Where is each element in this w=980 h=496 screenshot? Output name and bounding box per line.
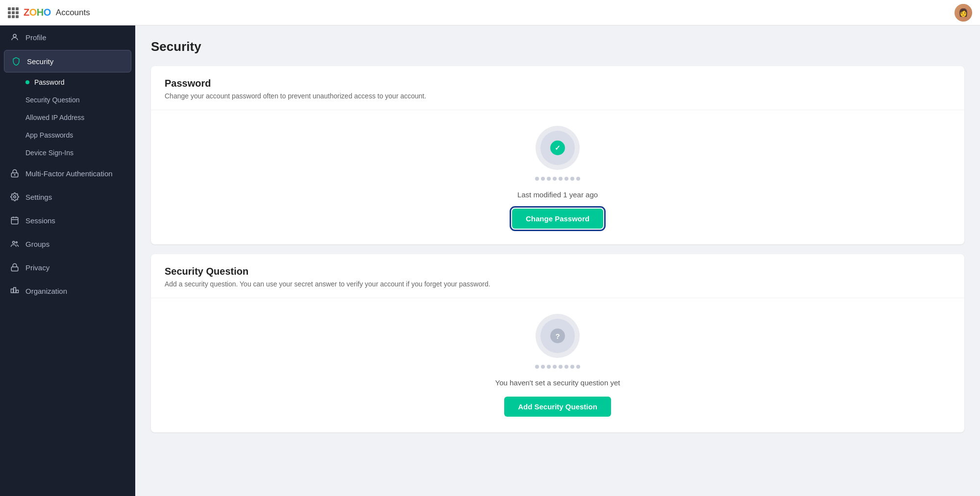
sidebar-item-profile[interactable]: Profile xyxy=(0,25,135,49)
sidebar-sub-app-passwords-label: App Passwords xyxy=(25,131,73,139)
password-dots xyxy=(535,177,580,181)
sidebar-item-organization-label: Organization xyxy=(25,287,67,295)
sidebar-sub-item-app-passwords[interactable]: App Passwords xyxy=(0,126,135,144)
app-name-label: Accounts xyxy=(56,8,90,18)
password-card-title: Password xyxy=(165,78,951,89)
password-card-header: Password Change your account password of… xyxy=(151,66,964,110)
svg-point-8 xyxy=(13,241,15,244)
zoho-wordmark: ZOHO xyxy=(24,7,51,18)
svg-point-3 xyxy=(14,196,16,198)
check-badge-icon: ✓ xyxy=(550,141,565,155)
main-content: Security Password Change your account pa… xyxy=(135,25,980,496)
group-icon xyxy=(10,239,20,249)
sidebar-sub-item-allowed-ip[interactable]: Allowed IP Address xyxy=(0,109,135,126)
lock-icon xyxy=(10,262,20,272)
sidebar-item-settings[interactable]: Settings xyxy=(0,185,135,209)
password-icon-inner: ✓ xyxy=(540,131,575,165)
security-question-icon-circle: ? xyxy=(536,314,580,358)
security-question-card-header: Security Question Add a security questio… xyxy=(151,254,964,298)
security-question-card-title: Security Question xyxy=(165,266,951,277)
svg-rect-11 xyxy=(11,289,14,293)
change-password-button[interactable]: Change Password xyxy=(512,209,603,229)
user-avatar[interactable]: 👩 xyxy=(955,4,972,22)
svg-rect-4 xyxy=(11,217,18,224)
svg-point-9 xyxy=(16,242,17,243)
sidebar-item-groups[interactable]: Groups xyxy=(0,232,135,256)
sidebar-sub-item-security-question[interactable]: Security Question xyxy=(0,91,135,109)
svg-rect-10 xyxy=(11,267,18,271)
sidebar-item-mfa[interactable]: Multi-Factor Authentication xyxy=(0,162,135,185)
sidebar-item-groups-label: Groups xyxy=(25,240,49,248)
calendar-icon xyxy=(10,215,20,225)
sidebar-sub-device-sign-ins-label: Device Sign-Ins xyxy=(25,149,74,157)
sidebar-item-privacy[interactable]: Privacy xyxy=(0,256,135,279)
security-question-card-body: ? You haven't set a security question ye… xyxy=(151,298,964,432)
password-card-desc: Change your account password often to pr… xyxy=(165,92,951,100)
last-modified-text: Last modified 1 year ago xyxy=(517,190,598,199)
apps-grid-icon[interactable] xyxy=(8,7,19,18)
header: ZOHO Accounts 👩 xyxy=(0,0,980,25)
sidebar-item-settings-label: Settings xyxy=(25,193,52,201)
sidebar-item-security[interactable]: Security xyxy=(4,50,131,72)
sidebar-item-sessions-label: Sessions xyxy=(25,216,55,225)
sidebar-sub-security-question-label: Security Question xyxy=(25,96,80,104)
password-card-body: ✓ Last modified 1 year ago Change Passwo… xyxy=(151,110,964,244)
question-badge-icon: ? xyxy=(550,329,565,343)
mfa-icon xyxy=(10,168,20,178)
add-security-question-button[interactable]: Add Security Question xyxy=(504,397,611,417)
security-question-dots xyxy=(535,365,580,369)
security-question-card: Security Question Add a security questio… xyxy=(151,254,964,432)
avatar-image: 👩 xyxy=(955,4,972,22)
sidebar-item-profile-label: Profile xyxy=(25,33,47,42)
password-icon-circle: ✓ xyxy=(536,126,580,170)
active-dot xyxy=(25,80,29,84)
svg-point-2 xyxy=(14,174,15,175)
sidebar-item-security-label: Security xyxy=(27,57,53,66)
password-card: Password Change your account password of… xyxy=(151,66,964,244)
no-question-text: You haven't set a security question yet xyxy=(495,378,620,387)
svg-point-0 xyxy=(13,34,16,37)
zoho-logo: ZOHO xyxy=(24,7,51,18)
layout: Profile Security Password Security Quest… xyxy=(0,25,980,496)
security-question-card-desc: Add a security question. You can use you… xyxy=(165,280,951,288)
sidebar-item-mfa-label: Multi-Factor Authentication xyxy=(25,169,113,178)
person-icon xyxy=(10,32,20,42)
sidebar-sub-item-password[interactable]: Password xyxy=(0,73,135,91)
page-title: Security xyxy=(151,39,964,54)
sidebar-item-privacy-label: Privacy xyxy=(25,263,49,272)
svg-rect-13 xyxy=(16,290,19,293)
shield-icon xyxy=(11,56,21,66)
gear-icon xyxy=(10,192,20,202)
sidebar-item-sessions[interactable]: Sessions xyxy=(0,209,135,232)
org-icon xyxy=(10,286,20,296)
header-left: ZOHO Accounts xyxy=(8,7,90,18)
sidebar-item-organization[interactable]: Organization xyxy=(0,279,135,303)
sidebar-sub-item-device-sign-ins[interactable]: Device Sign-Ins xyxy=(0,144,135,162)
svg-rect-12 xyxy=(14,287,16,293)
sidebar-sub-password-label: Password xyxy=(34,78,64,86)
sidebar: Profile Security Password Security Quest… xyxy=(0,25,135,496)
security-question-icon-inner: ? xyxy=(540,319,575,353)
sidebar-sub-allowed-ip-label: Allowed IP Address xyxy=(25,114,84,121)
